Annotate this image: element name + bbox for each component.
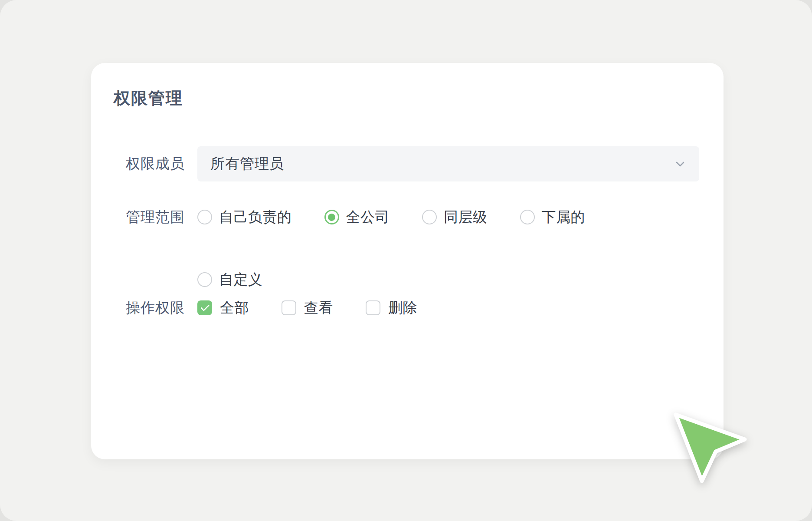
checkbox-option-all[interactable]: 全部	[197, 300, 249, 315]
radio-option-subordinates[interactable]: 下属的	[520, 210, 586, 224]
scope-options: 自己负责的 全公司 同层级 下属的 自定义	[197, 210, 699, 287]
checkbox-icon[interactable]	[197, 300, 212, 315]
member-select-value: 所有管理员	[210, 154, 284, 174]
scope-label: 管理范围	[126, 210, 197, 224]
checkbox-icon[interactable]	[282, 300, 296, 315]
member-row: 权限成员 所有管理员	[126, 146, 699, 181]
radio-icon[interactable]	[197, 272, 212, 287]
page-title: 权限管理	[114, 87, 183, 109]
checkbox-option-label: 删除	[388, 300, 417, 315]
chevron-down-icon	[674, 158, 686, 170]
radio-option-label: 自己负责的	[219, 210, 292, 224]
member-label: 权限成员	[126, 154, 197, 174]
radio-option-label: 同层级	[444, 210, 488, 224]
scope-row: 管理范围 自己负责的 全公司 同层级 下属的	[126, 210, 699, 287]
radio-option-custom[interactable]: 自定义	[197, 272, 263, 287]
radio-option-label: 自定义	[219, 272, 263, 287]
actions-row: 操作权限 全部 查看 删除	[126, 300, 699, 315]
radio-option-own[interactable]: 自己负责的	[197, 210, 292, 224]
radio-option-whole-company[interactable]: 全公司	[324, 210, 390, 224]
radio-option-label: 下属的	[542, 210, 586, 224]
checkbox-icon[interactable]	[366, 300, 380, 315]
checkbox-option-view[interactable]: 查看	[282, 300, 333, 315]
app-background: 权限管理 权限成员 所有管理员 管理范围 自己负责的 全公司	[0, 0, 812, 521]
action-options: 全部 查看 删除	[197, 300, 699, 315]
checkbox-option-label: 全部	[220, 300, 249, 315]
radio-icon[interactable]	[422, 210, 437, 224]
radio-icon[interactable]	[520, 210, 535, 224]
checkbox-option-delete[interactable]: 删除	[366, 300, 417, 315]
checkbox-option-label: 查看	[304, 300, 333, 315]
radio-option-same-level[interactable]: 同层级	[422, 210, 488, 224]
actions-label: 操作权限	[126, 300, 197, 315]
permission-settings-card: 权限管理 权限成员 所有管理员 管理范围 自己负责的 全公司	[91, 63, 724, 459]
radio-icon[interactable]	[197, 210, 212, 224]
radio-icon[interactable]	[324, 210, 339, 224]
member-select[interactable]: 所有管理员	[197, 146, 699, 181]
radio-option-label: 全公司	[346, 210, 390, 224]
